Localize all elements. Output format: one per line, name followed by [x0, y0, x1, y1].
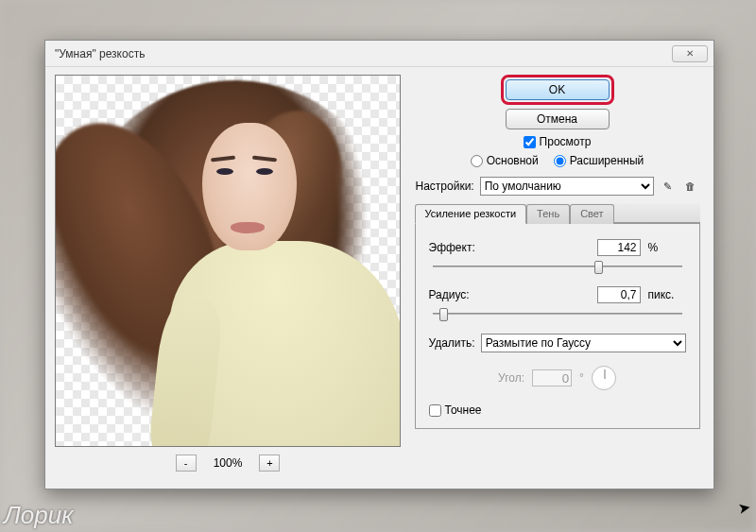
angle-unit: ° [579, 371, 584, 385]
titlebar[interactable]: "Умная" резкость ✕ [45, 41, 713, 67]
tab-shadow[interactable]: Тень [526, 204, 570, 224]
amount-slider[interactable] [433, 260, 682, 273]
amount-unit: % [648, 241, 686, 254]
cancel-button[interactable]: Отмена [506, 109, 610, 129]
angle-label: Угол: [498, 371, 524, 385]
radius-label: Радиус: [429, 288, 497, 301]
amount-row: Эффект: % [429, 239, 686, 256]
zoom-level: 100% [214, 456, 243, 470]
preview-pane: - 100% + [55, 75, 401, 481]
slider-track [433, 266, 682, 267]
settings-row: Настройки: По умолчанию ✎ 🗑 [416, 177, 699, 196]
mode-basic-label: Основной [487, 154, 539, 167]
dialog-body: - 100% + OK Отмена Просмотр [45, 67, 713, 489]
remove-dropdown[interactable]: Размытие по Гауссу [481, 334, 686, 352]
remove-row: Удалить: Размытие по Гауссу [429, 334, 686, 352]
settings-label: Настройки: [416, 180, 474, 193]
accurate-checkbox[interactable] [429, 404, 441, 417]
settings-dropdown[interactable]: По умолчанию [480, 177, 654, 196]
zoom-bar: - 100% + [55, 451, 401, 475]
mode-advanced-label: Расширенный [570, 154, 644, 167]
zoom-in-button[interactable]: + [259, 455, 280, 472]
radius-slider-thumb[interactable] [439, 308, 448, 321]
smart-sharpen-dialog: "Умная" резкость ✕ - [44, 40, 714, 489]
watermark: Лорик [4, 501, 73, 530]
angle-input [532, 369, 572, 386]
mode-radio-group: Основной Расширенный [471, 154, 644, 167]
accurate-label: Точнее [445, 403, 482, 417]
angle-dial [592, 366, 616, 390]
radius-row: Радиус: пикс. [429, 286, 686, 303]
tab-highlight-label: Свет [580, 208, 603, 219]
radius-unit: пикс. [648, 288, 686, 301]
preview-checkbox[interactable] [524, 136, 536, 148]
tab-sharpen[interactable]: Усиление резкости [415, 204, 527, 224]
ok-button-highlight: OK [501, 75, 614, 105]
cancel-button-label: Отмена [537, 112, 577, 126]
tab-content-sharpen: Эффект: % Радиус: пикс. [415, 224, 700, 429]
accurate-row[interactable]: Точнее [429, 403, 686, 417]
preview-subject [65, 76, 400, 446]
remove-label: Удалить: [429, 336, 475, 350]
plus-icon: + [266, 457, 272, 469]
preview-image[interactable] [55, 75, 401, 447]
mode-basic-radio[interactable] [471, 155, 483, 167]
window-close-button[interactable]: ✕ [672, 45, 708, 62]
delete-preset-button[interactable]: 🗑 [682, 178, 699, 195]
radius-slider[interactable] [433, 307, 682, 320]
tab-sharpen-label: Усиление резкости [425, 208, 517, 219]
controls-pane: OK Отмена Просмотр Основной Расширенный [410, 75, 704, 481]
close-icon: ✕ [686, 48, 694, 59]
zoom-out-button[interactable]: - [176, 455, 197, 472]
window-title: "Умная" резкость [55, 47, 145, 60]
amount-input[interactable] [597, 239, 641, 256]
amount-label: Эффект: [429, 241, 497, 254]
amount-slider-thumb[interactable] [594, 261, 603, 274]
trash-icon: 🗑 [685, 180, 696, 192]
ok-button[interactable]: OK [506, 79, 610, 100]
tab-fill [614, 203, 700, 223]
angle-row: Угол: ° [429, 366, 686, 390]
mode-basic[interactable]: Основной [471, 154, 539, 167]
save-preset-button[interactable]: ✎ [660, 178, 677, 195]
radius-input[interactable] [597, 286, 641, 303]
save-preset-icon: ✎ [663, 180, 672, 193]
tab-bar: Усиление резкости Тень Свет [415, 203, 700, 224]
preview-checkbox-row[interactable]: Просмотр [524, 135, 592, 148]
minus-icon: - [184, 457, 188, 469]
tab-shadow-label: Тень [537, 208, 559, 219]
mode-advanced-radio[interactable] [554, 155, 566, 167]
ok-button-label: OK [549, 83, 565, 96]
mode-advanced[interactable]: Расширенный [554, 154, 644, 167]
preview-checkbox-label: Просмотр [540, 135, 592, 148]
slider-track [433, 313, 682, 315]
tab-highlight[interactable]: Свет [570, 204, 613, 224]
